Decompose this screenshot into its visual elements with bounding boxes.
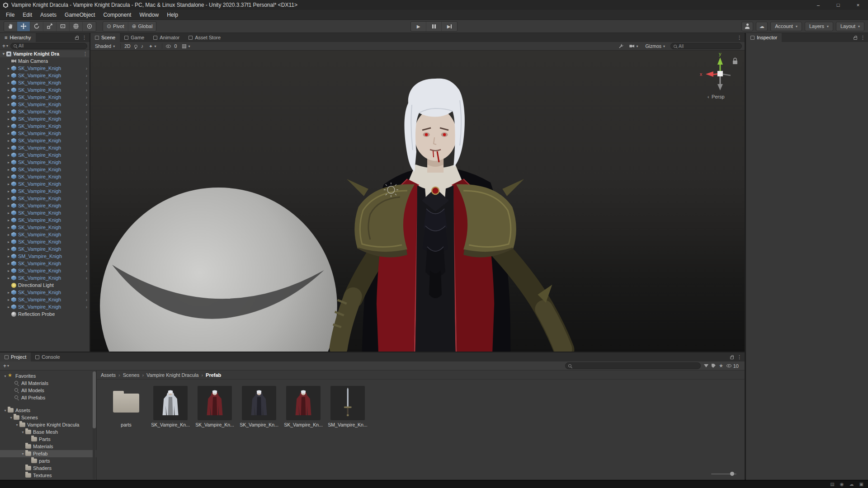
hierarchy-item[interactable]: SK_Vampire_Knigh › — [0, 188, 90, 195]
asset-item[interactable]: SK_Vampire_Kn... — [242, 386, 276, 427]
expand-arrow-icon[interactable] — [6, 81, 11, 85]
prefab-open-arrow-icon[interactable]: › — [86, 182, 87, 187]
hierarchy-item[interactable]: SK_Vampire_Knigh › — [0, 202, 90, 209]
hierarchy-item[interactable]: SK_Vampire_Knigh › — [0, 216, 90, 224]
hierarchy-item[interactable]: SK_Vampire_Knigh › — [0, 180, 90, 188]
expand-arrow-icon[interactable] — [6, 146, 11, 150]
tool-button[interactable] — [70, 22, 83, 31]
kebab-menu-icon[interactable]: ⋮ — [860, 35, 865, 41]
search-by-type-icon[interactable] — [704, 364, 708, 367]
expand-arrow-icon[interactable] — [3, 374, 8, 378]
prefab-open-arrow-icon[interactable]: › — [86, 153, 87, 158]
prefab-open-arrow-icon[interactable]: › — [86, 109, 87, 114]
menu-item[interactable]: Component — [99, 10, 135, 19]
prefab-open-arrow-icon[interactable]: › — [86, 268, 87, 273]
hierarchy-item[interactable]: SK_Vampire_Knigh › — [0, 260, 90, 267]
expand-arrow-icon[interactable] — [6, 240, 11, 244]
prefab-open-arrow-icon[interactable]: › — [86, 138, 87, 143]
prefab-open-arrow-icon[interactable]: › — [86, 232, 87, 237]
asset-thumbnail[interactable] — [330, 386, 365, 420]
expand-arrow-icon[interactable] — [6, 305, 11, 309]
prefab-open-arrow-icon[interactable]: › — [86, 131, 87, 136]
expand-arrow-icon[interactable] — [6, 103, 11, 107]
hierarchy-item[interactable]: SK_Vampire_Knigh › — [0, 303, 90, 310]
expand-arrow-icon[interactable] — [6, 218, 11, 222]
expand-arrow-icon[interactable] — [6, 204, 11, 208]
prefab-open-arrow-icon[interactable]: › — [86, 218, 87, 223]
minimize-button[interactable]: – — [808, 0, 828, 10]
asset-thumbnail[interactable] — [153, 386, 188, 420]
expand-arrow-icon[interactable] — [6, 211, 11, 215]
prefab-open-arrow-icon[interactable]: › — [86, 203, 87, 208]
prefab-open-arrow-icon[interactable]: › — [86, 117, 87, 122]
account-dropdown[interactable]: Account▾ — [770, 22, 802, 31]
hierarchy-item[interactable]: SK_Vampire_Knigh › — [0, 151, 90, 159]
hierarchy-item[interactable]: SM_Vampire_Knigh › — [0, 253, 90, 260]
hierarchy-item[interactable]: SK_Vampire_Knigh › — [0, 108, 90, 115]
tree-row[interactable]: Base Mesh — [0, 428, 96, 436]
hierarchy-item[interactable]: SK_Vampire_Knigh › — [0, 267, 90, 274]
tool-button[interactable] — [83, 22, 96, 31]
prefab-open-arrow-icon[interactable]: › — [86, 196, 87, 201]
expand-arrow-icon[interactable] — [20, 452, 25, 456]
expand-arrow-icon[interactable] — [6, 110, 11, 114]
prefab-open-arrow-icon[interactable]: › — [86, 167, 87, 172]
asset-thumbnail[interactable] — [286, 386, 321, 420]
kebab-menu-icon[interactable]: ⋮ — [82, 35, 87, 41]
expand-arrow-icon[interactable] — [6, 298, 11, 302]
expand-arrow-icon[interactable] — [14, 423, 19, 427]
tree-row[interactable]: parts — [0, 457, 96, 465]
hierarchy-item[interactable]: SK_Vampire_Knigh › — [0, 122, 90, 130]
expand-arrow-icon[interactable] — [6, 262, 11, 266]
prefab-open-arrow-icon[interactable]: › — [86, 66, 87, 71]
expand-arrow-icon[interactable] — [6, 189, 11, 193]
asset-item[interactable]: SK_Vampire_Kn... — [286, 386, 321, 427]
asset-thumbnail[interactable] — [109, 386, 143, 420]
tool-button[interactable] — [30, 22, 43, 31]
gizmo-lock-icon[interactable] — [733, 58, 737, 65]
pause-button[interactable] — [426, 22, 442, 31]
prefab-open-arrow-icon[interactable]: › — [86, 73, 87, 78]
hidden-packages-icon[interactable] — [726, 364, 731, 367]
maximize-button[interactable]: □ — [828, 0, 848, 10]
prefab-open-arrow-icon[interactable]: › — [86, 211, 87, 216]
prefab-open-arrow-icon[interactable]: › — [86, 276, 87, 281]
step-button[interactable]: ▶ — [442, 22, 457, 31]
tree-row[interactable]: Assets — [0, 407, 96, 414]
pivot-toggle[interactable]: ⊙ Pivot — [103, 22, 128, 31]
menu-item[interactable]: Window — [135, 10, 163, 19]
prefab-open-arrow-icon[interactable]: › — [86, 145, 87, 150]
activity-status-icon[interactable]: ▣ — [859, 482, 863, 487]
hierarchy-item[interactable]: SK_Vampire_Knigh › — [0, 231, 90, 238]
expand-arrow-icon[interactable] — [6, 197, 11, 201]
kebab-menu-icon[interactable]: ⋮ — [83, 51, 88, 57]
asset-thumbnail[interactable] — [198, 386, 232, 420]
hierarchy-item[interactable]: SK_Vampire_Knigh › — [0, 289, 90, 296]
draw-mode-dropdown[interactable]: Shaded ▾ — [93, 43, 117, 49]
kebab-menu-icon[interactable]: ⋮ — [737, 35, 742, 41]
tree-scrollbar-thumb[interactable] — [93, 371, 96, 428]
scene-viewport[interactable]: y x ‹ Persp — [90, 51, 745, 352]
expand-arrow-icon[interactable] — [6, 153, 11, 157]
breadcrumb-segment[interactable]: Vampire Knight Dracula › — [146, 372, 203, 378]
prefab-open-arrow-icon[interactable]: › — [86, 80, 87, 85]
orientation-gizmo[interactable]: y x ‹ Persp — [700, 51, 731, 99]
hierarchy-item[interactable]: SK_Vampire_Knigh › — [0, 245, 90, 253]
hierarchy-item[interactable]: SK_Vampire_Knigh › — [0, 195, 90, 202]
bottom-tab[interactable]: Project — [0, 352, 31, 361]
expand-arrow-icon[interactable] — [6, 269, 11, 273]
console-status-icon[interactable]: ▤ — [830, 482, 834, 487]
search-by-label-icon[interactable] — [712, 364, 716, 368]
tool-button[interactable] — [57, 22, 70, 31]
prefab-open-arrow-icon[interactable]: › — [86, 124, 87, 129]
expand-arrow-icon[interactable] — [6, 175, 11, 179]
expand-arrow-icon[interactable] — [6, 233, 11, 237]
hierarchy-item[interactable]: SK_Vampire_Knigh › — [0, 101, 90, 108]
reflection-probe-sphere[interactable] — [100, 188, 337, 352]
prefab-open-arrow-icon[interactable]: › — [86, 189, 87, 194]
lock-icon[interactable] — [75, 37, 79, 40]
tool-button[interactable] — [43, 22, 57, 31]
expand-arrow-icon[interactable] — [3, 408, 8, 413]
hierarchy-item[interactable]: SK_Vampire_Knigh › — [0, 238, 90, 245]
prefab-open-arrow-icon[interactable]: › — [86, 290, 87, 295]
